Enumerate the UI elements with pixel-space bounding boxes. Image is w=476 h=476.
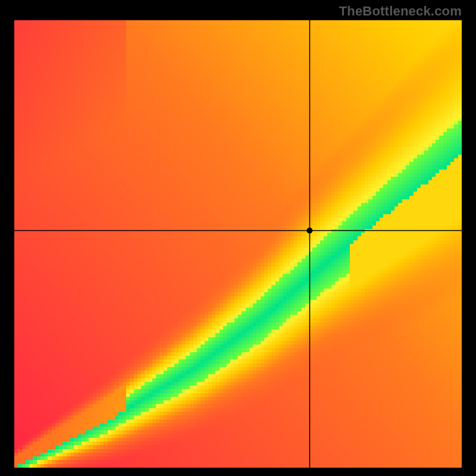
overlay-canvas: [14, 20, 462, 468]
watermark-text: TheBottleneck.com: [339, 4, 462, 19]
chart-frame: TheBottleneck.com: [0, 0, 476, 476]
plot-area: [14, 20, 462, 468]
